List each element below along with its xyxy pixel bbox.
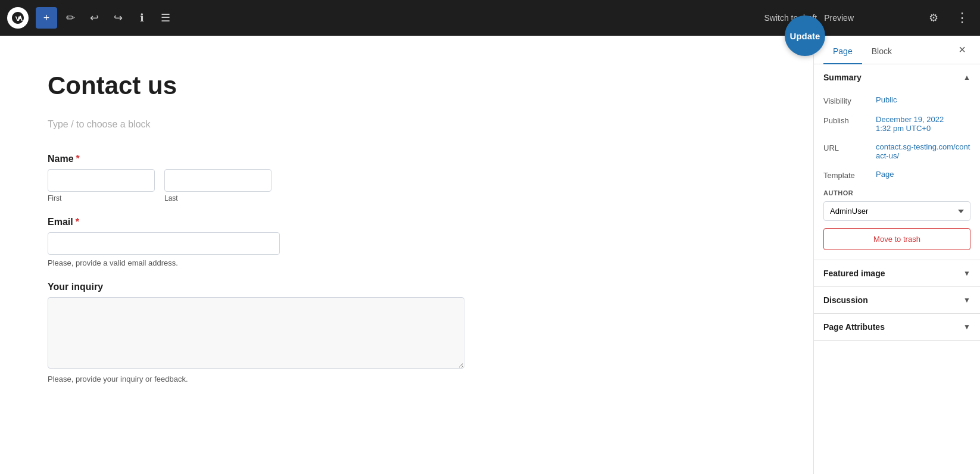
last-sub-label: Last	[164, 194, 271, 202]
name-required-star: *	[76, 154, 80, 164]
more-icon: ⋮	[956, 10, 969, 26]
page-title[interactable]: Contact us	[48, 71, 766, 100]
url-value[interactable]: contact.sg-testing.com/contact-us/	[876, 142, 970, 160]
sidebar-tabs: Page Block ×	[814, 36, 980, 64]
gear-icon: ⚙	[929, 11, 938, 24]
author-select[interactable]: AdminUser	[823, 201, 970, 221]
name-inputs-row: First Last	[48, 169, 766, 202]
url-label: URL	[823, 142, 871, 152]
discussion-chevron-icon: ▼	[963, 296, 970, 304]
inquiry-field-section: Your inquiry Please, provide your inquir…	[48, 282, 766, 383]
add-block-button[interactable]: +	[36, 7, 57, 29]
summary-section-header[interactable]: Summary ▲	[814, 64, 980, 91]
name-field-section: Name * First Last	[48, 154, 766, 202]
email-required-star: *	[76, 217, 79, 227]
move-to-trash-button[interactable]: Move to trash	[823, 228, 970, 250]
featured-image-section: Featured image ▼	[814, 260, 980, 287]
discussion-title: Discussion	[823, 295, 868, 305]
undo-button[interactable]: ↩	[83, 7, 105, 29]
inquiry-hint: Please, provide your inquiry or feedback…	[48, 375, 766, 383]
redo-button[interactable]: ↪	[107, 7, 129, 29]
visibility-label: Visibility	[823, 95, 871, 105]
summary-section: Summary ▲ Visibility Public Publish Dece…	[814, 64, 980, 260]
publish-value[interactable]: December 19, 2022 1:32 pm UTC+0	[876, 115, 944, 133]
settings-button[interactable]: ⚙	[923, 7, 944, 29]
sidebar: Page Block × Summary ▲ Visibility Public…	[813, 36, 980, 474]
last-name-input[interactable]	[164, 169, 271, 192]
info-icon: ℹ	[140, 11, 144, 24]
author-section: AUTHOR AdminUser	[823, 189, 970, 221]
author-label: AUTHOR	[823, 189, 970, 197]
last-name-wrap: Last	[164, 169, 271, 202]
summary-chevron-icon: ▲	[963, 73, 970, 82]
first-name-input[interactable]	[48, 169, 155, 192]
summary-section-body: Visibility Public Publish December 19, 2…	[814, 91, 980, 260]
visibility-row: Visibility Public	[823, 91, 970, 110]
main-area: Contact us Type / to choose a block Name…	[0, 36, 980, 474]
discussion-section: Discussion ▼	[814, 287, 980, 314]
page-attributes-header[interactable]: Page Attributes ▼	[814, 314, 980, 340]
page-attributes-chevron-icon: ▼	[963, 323, 970, 331]
first-sub-label: First	[48, 194, 155, 202]
list-view-button[interactable]: ☰	[155, 7, 176, 29]
publish-label: Publish	[823, 115, 871, 125]
tools-button[interactable]: ✏	[60, 7, 81, 29]
featured-image-header[interactable]: Featured image ▼	[814, 260, 980, 286]
email-field-label: Email *	[48, 217, 766, 227]
page-attributes-section: Page Attributes ▼	[814, 314, 980, 341]
template-row: Template Page	[823, 165, 970, 185]
preview-button[interactable]: Preview	[824, 13, 854, 23]
template-value[interactable]: Page	[876, 170, 894, 179]
email-field-section: Email * Please, provide a valid email ad…	[48, 217, 766, 267]
featured-image-chevron-icon: ▼	[963, 269, 970, 277]
sidebar-close-button[interactable]: ×	[954, 38, 970, 61]
editor-area: Contact us Type / to choose a block Name…	[0, 36, 813, 474]
pencil-icon: ✏	[66, 11, 75, 24]
redo-icon: ↪	[114, 11, 123, 24]
wp-logo-icon[interactable]	[7, 7, 29, 29]
email-input[interactable]	[48, 232, 280, 255]
first-name-wrap: First	[48, 169, 155, 202]
block-placeholder[interactable]: Type / to choose a block	[48, 114, 766, 135]
toolbar-right: Switch to draft Preview Update ⚙ ⋮	[764, 7, 973, 29]
list-icon: ☰	[161, 11, 170, 24]
inquiry-field-label: Your inquiry	[48, 282, 766, 292]
featured-image-title: Featured image	[823, 269, 885, 278]
page-attributes-title: Page Attributes	[823, 322, 885, 332]
info-button[interactable]: ℹ	[131, 7, 152, 29]
publish-row: Publish December 19, 2022 1:32 pm UTC+0	[823, 110, 970, 138]
email-hint: Please, provide a valid email address.	[48, 258, 766, 267]
name-field-label: Name *	[48, 154, 766, 164]
template-label: Template	[823, 170, 871, 180]
tab-page[interactable]: Page	[823, 39, 862, 64]
update-button[interactable]: Update	[785, 15, 825, 56]
summary-section-title: Summary	[823, 73, 862, 82]
discussion-header[interactable]: Discussion ▼	[814, 287, 980, 313]
tab-block[interactable]: Block	[862, 39, 901, 64]
inquiry-textarea[interactable]	[48, 297, 464, 369]
undo-icon: ↩	[90, 11, 99, 24]
visibility-value[interactable]: Public	[876, 95, 897, 104]
url-row: URL contact.sg-testing.com/contact-us/	[823, 138, 970, 165]
more-options-button[interactable]: ⋮	[951, 7, 973, 29]
toolbar: + ✏ ↩ ↪ ℹ ☰ Switch to draft Preview Upda…	[0, 0, 980, 36]
